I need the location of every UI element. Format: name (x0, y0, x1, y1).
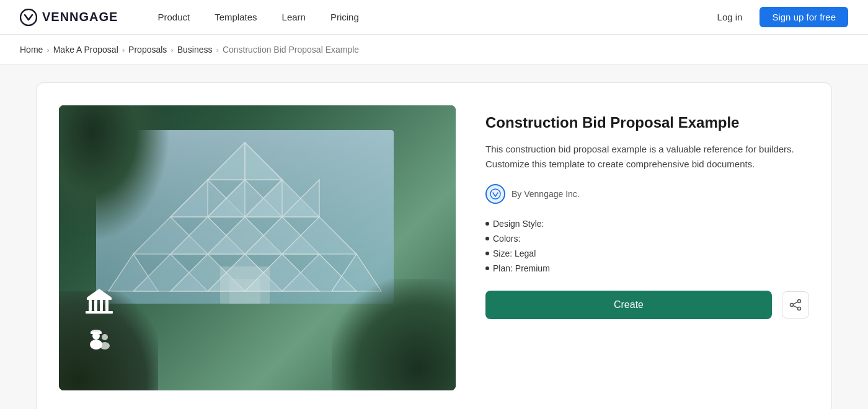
template-card: Construction Bid Proposal Example This c… (36, 82, 832, 409)
breadcrumb: Home › Make A Proposal › Proposals › Bus… (20, 45, 848, 55)
brand-logo[interactable]: VENNGAGE (20, 9, 118, 26)
svg-rect-25 (229, 279, 260, 304)
svg-rect-28 (94, 300, 97, 311)
meta-design-style: Design Style: (485, 219, 809, 229)
meta-size-label: Size: Legal (493, 248, 536, 258)
meta-colors: Colors: (485, 234, 809, 244)
breadcrumb-make-proposal[interactable]: Make A Proposal (53, 45, 118, 55)
nav-links: Product Templates Learn Pricing (148, 7, 707, 27)
svg-point-38 (100, 342, 110, 350)
svg-rect-29 (100, 300, 103, 311)
meta-colors-label: Colors: (493, 234, 520, 244)
breadcrumb-sep-1: › (46, 45, 49, 55)
svg-point-42 (798, 307, 801, 310)
meta-size: Size: Legal (485, 248, 809, 258)
login-button[interactable]: Log in (707, 7, 753, 27)
template-detail: Construction Bid Proposal Example This c… (485, 105, 809, 319)
svg-point-39 (490, 189, 500, 199)
template-author: By Venngage Inc. (485, 184, 809, 204)
svg-marker-32 (87, 289, 112, 297)
navbar: VENNGAGE Product Templates Learn Pricing… (0, 0, 868, 35)
meta-bullet-2 (485, 237, 489, 240)
nav-item-pricing[interactable]: Pricing (321, 7, 369, 27)
template-image-wrapper (59, 105, 456, 390)
svg-point-40 (798, 300, 801, 303)
worker-icon (84, 323, 113, 353)
template-title: Construction Bid Proposal Example (485, 113, 809, 132)
meta-design-style-label: Design Style: (493, 219, 544, 229)
template-overlay-icons (84, 286, 115, 353)
breadcrumb-sep-3: › (170, 45, 173, 55)
breadcrumb-current: Construction Bid Proposal Example (223, 45, 359, 55)
template-actions: Create (485, 291, 809, 319)
create-button[interactable]: Create (485, 291, 772, 319)
svg-rect-26 (87, 297, 112, 300)
svg-point-0 (20, 9, 37, 25)
foliage-top-left (59, 105, 170, 242)
nav-item-learn[interactable]: Learn (272, 7, 316, 27)
venngage-author-icon (490, 188, 501, 200)
template-description: This construction bid proposal example i… (485, 142, 809, 172)
nav-actions: Log in Sign up for free (707, 7, 848, 27)
breadcrumb-home[interactable]: Home (20, 45, 43, 55)
nav-item-templates[interactable]: Templates (205, 7, 267, 27)
nav-item-product[interactable]: Product (148, 7, 200, 27)
venngage-logo-icon (20, 9, 37, 26)
brand-name: VENNGAGE (42, 10, 118, 24)
author-avatar (485, 184, 505, 204)
breadcrumb-sep-2: › (122, 45, 125, 55)
svg-rect-30 (105, 300, 108, 311)
svg-point-41 (790, 304, 794, 307)
share-button[interactable] (782, 291, 809, 319)
svg-point-35 (92, 332, 100, 340)
building-icon (84, 286, 115, 317)
foliage-bottom-right (332, 279, 456, 390)
meta-bullet-3 (485, 252, 489, 255)
svg-rect-27 (89, 300, 92, 311)
author-name: By Venngage Inc. (512, 189, 580, 199)
main-content: Construction Bid Proposal Example This c… (19, 82, 849, 409)
signup-button[interactable]: Sign up for free (760, 7, 848, 27)
svg-point-37 (102, 334, 108, 340)
svg-line-43 (793, 302, 797, 304)
breadcrumb-bar: Home › Make A Proposal › Proposals › Bus… (0, 35, 868, 65)
breadcrumb-sep-4: › (216, 45, 219, 55)
breadcrumb-proposals[interactable]: Proposals (128, 45, 167, 55)
meta-plan: Plan: Premium (485, 263, 809, 273)
meta-plan-label: Plan: Premium (493, 263, 550, 273)
meta-bullet-4 (485, 266, 489, 270)
svg-line-44 (793, 306, 797, 308)
svg-rect-31 (86, 311, 113, 314)
template-meta: Design Style: Colors: Size: Legal Plan: … (485, 219, 809, 273)
breadcrumb-business[interactable]: Business (177, 45, 213, 55)
meta-bullet-1 (485, 222, 489, 226)
share-icon (789, 299, 802, 311)
template-image-bg (59, 105, 456, 390)
